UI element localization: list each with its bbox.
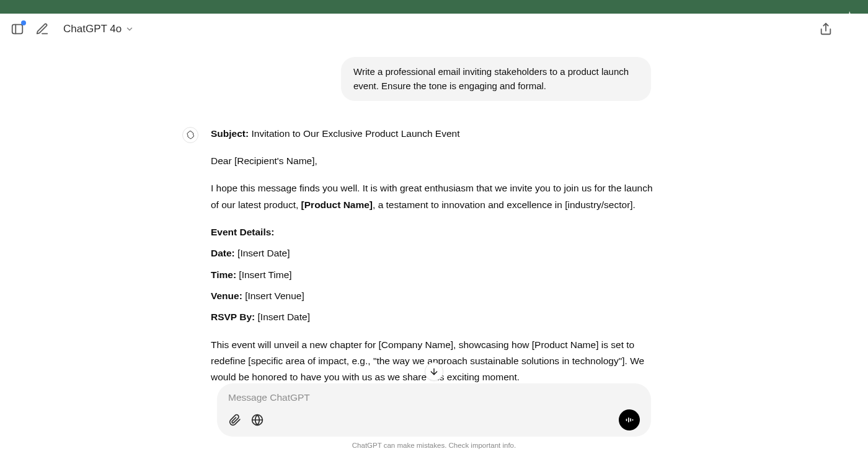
openai-logo-icon [185,130,195,140]
assistant-message-row: Subject: Invitation to Our Exclusive Pro… [211,126,657,385]
attach-file-button[interactable] [228,413,242,427]
notification-dot [21,20,26,25]
share-button[interactable] [817,20,835,38]
composer-area: ChatGPT can make mistakes. Check importa… [0,383,868,454]
paperclip-icon [229,414,241,426]
svg-rect-6 [626,419,627,421]
time-value: [Insert Time] [236,269,292,280]
intro-text-after: , a testament to innovation and excellen… [373,199,636,210]
rsvp-value: [Insert Date] [255,312,310,322]
assistant-avatar [182,127,198,143]
product-name-bold: [Product Name] [301,199,373,210]
email-greeting: Dear [Recipient's Name], [211,153,657,169]
chat-scroll-area[interactable]: Write a professional email inviting stak… [0,45,868,384]
sidebar-toggle-button[interactable] [9,20,26,38]
disclaimer-text: ChatGPT can make mistakes. Check importa… [0,442,868,449]
subject-label: Subject: [211,128,249,139]
svg-rect-9 [632,419,634,421]
rsvp-label: RSVP By: [211,312,255,322]
new-chat-button[interactable] [33,20,51,38]
model-selector[interactable]: ChatGPT 4o [58,19,139,39]
user-message-bubble: Write a professional email inviting stak… [341,57,651,101]
svg-rect-8 [630,418,631,421]
subject-value: Invitation to Our Exclusive Product Laun… [249,128,459,139]
web-search-button[interactable] [250,413,264,427]
model-label: ChatGPT 4o [63,23,122,35]
time-label: Time: [211,269,236,280]
svg-rect-0 [12,25,23,34]
waveform-icon [624,415,634,425]
scroll-to-bottom-button[interactable] [425,362,443,381]
assistant-message-content: Subject: Invitation to Our Exclusive Pro… [211,126,657,385]
event-details-heading: Event Details: [211,227,275,237]
venue-label: Venue: [211,290,242,301]
svg-rect-7 [628,417,629,422]
chevron-down-icon [125,25,134,33]
date-label: Date: [211,248,235,258]
message-input[interactable] [228,392,640,403]
user-message-row: Write a professional email inviting stak… [211,57,657,101]
browser-theme-bar [0,0,868,14]
arrow-down-icon [429,367,439,377]
composer-box [217,383,651,437]
app-header: ChatGPT 4o [0,14,868,45]
venue-value: [Insert Venue] [242,290,304,301]
globe-icon [251,414,264,426]
voice-input-button[interactable] [619,409,640,430]
date-value: [Insert Date] [235,248,290,258]
